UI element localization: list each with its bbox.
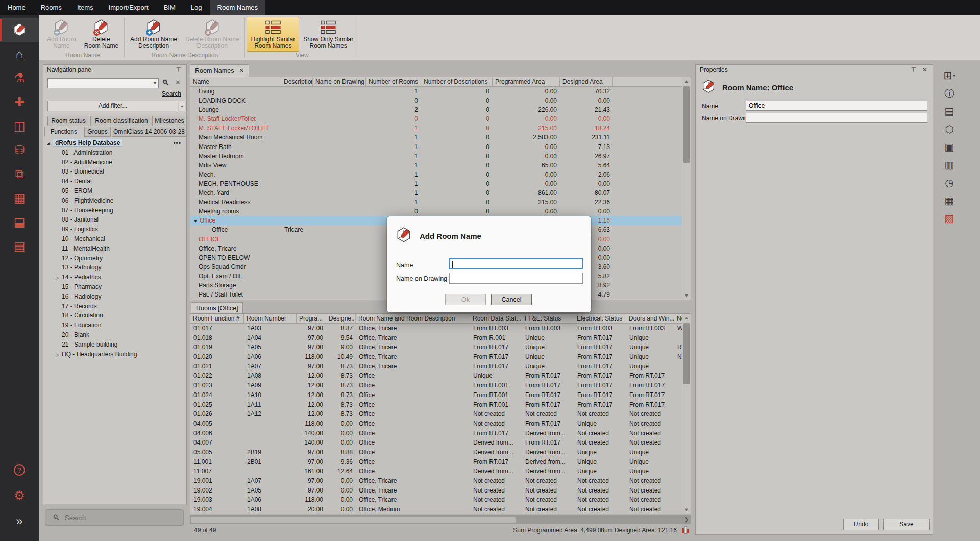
- table-row[interactable]: 01.0261A1212.008.73OfficeNot createdNot …: [190, 409, 691, 419]
- tree-item-17-records[interactable]: 17 - Records: [43, 302, 186, 311]
- info-icon[interactable]: ⓘ: [940, 85, 959, 102]
- add-filter-caret-icon[interactable]: ▾: [179, 101, 185, 111]
- nav-tab-omniclass-14-2006-03-28[interactable]: OmniClass 14 2006-03-28: [112, 127, 186, 137]
- undo-button[interactable]: Undo: [843, 519, 879, 530]
- table-row[interactable]: MECH. PENTHOUSE100.000.00: [190, 179, 691, 188]
- nav-tab-room-classification[interactable]: Room classification: [90, 116, 153, 126]
- model-icon[interactable]: ⬡: [940, 121, 959, 137]
- table-row[interactable]: Living100.0070.32: [190, 87, 691, 96]
- room-names-table-scrollbar[interactable]: ▲ ▼: [682, 77, 691, 300]
- scroll-right-icon[interactable]: ❯: [683, 515, 690, 524]
- tree-root[interactable]: ◢dRofus Help Database•••: [43, 138, 186, 148]
- tree-item-16-radiology[interactable]: 16 - Radiology: [43, 292, 186, 302]
- table-row[interactable]: 01.0171A0397.008.87Office, TricareFrom R…: [190, 324, 691, 333]
- ok-button[interactable]: Ok: [445, 294, 486, 305]
- table-row[interactable]: 01.0191A0597.009.00Office, TricareFrom R…: [190, 342, 691, 352]
- column-header-name[interactable]: Name: [190, 77, 281, 86]
- tree-item-08-janitorial[interactable]: 08 - Janitorial: [43, 215, 186, 225]
- add-room-name-description-button[interactable]: Add Room Name Description: [126, 17, 181, 52]
- save-button[interactable]: Save: [883, 519, 930, 530]
- table-row[interactable]: Meeting rooms000.000.00: [190, 207, 691, 216]
- expander-open-icon[interactable]: ◢: [46, 139, 53, 149]
- table-row[interactable]: Master Bedroom100.0026.97: [190, 152, 691, 161]
- pin-icon[interactable]: ⊤: [176, 66, 181, 73]
- scroll-down-icon[interactable]: ▼: [682, 506, 691, 514]
- scroll-up-icon[interactable]: ▲: [682, 77, 691, 85]
- table-row[interactable]: M. STAFF Locker/TOILET10215.0018.24: [190, 124, 691, 133]
- nav-tab-functions[interactable]: Functions: [44, 127, 83, 137]
- rooms-table-scrollbar[interactable]: ▲ ▼: [682, 314, 691, 514]
- tree-item-07-housekeeping[interactable]: 07 - Housekeeping: [43, 206, 186, 215]
- tree-item-12-optometry[interactable]: 12 - Optometry: [43, 254, 186, 263]
- clear-search-icon[interactable]: ✕: [175, 79, 181, 86]
- table-row[interactable]: 01.0211A0797.008.73Office, TricareFrom R…: [190, 362, 691, 372]
- tree-item-15-pharmacy[interactable]: 15 - Pharmacy: [43, 282, 186, 292]
- table-row[interactable]: 01.0251A1112.008.73OfficeFrom RT.001From…: [190, 400, 691, 410]
- help-icon[interactable]: ?: [0, 458, 39, 482]
- bottom-search-input[interactable]: 🔍︎Search: [45, 509, 184, 526]
- layout-selector-icon[interactable]: ⊞▾: [940, 67, 959, 84]
- menu-item-log[interactable]: Log: [183, 0, 210, 15]
- room-names-panel-icon[interactable]: ▨: [940, 210, 959, 227]
- table-row[interactable]: 19.0041A0820.000.00Office, MediumNot cre…: [190, 505, 691, 514]
- table-row[interactable]: 11.0012B0197.009.36OfficeFrom RT.017Deri…: [190, 457, 691, 467]
- tree-item-09-logistics[interactable]: 09 - Logistics: [43, 225, 186, 234]
- table-row[interactable]: 05.0052B1997.008.88OfficeDerived from...…: [190, 448, 691, 457]
- column-header-filler[interactable]: [613, 77, 682, 86]
- pin-icon[interactable]: ⊤: [911, 66, 916, 73]
- menu-item-bim[interactable]: BIM: [156, 0, 183, 15]
- menu-item-home[interactable]: Home: [0, 0, 33, 15]
- tree-item-01-administration[interactable]: 01 - Administration: [43, 148, 186, 158]
- building-blocks-icon[interactable]: ▦: [0, 186, 39, 210]
- dialog-name-input[interactable]: [449, 258, 583, 269]
- highlight-similar-room-names-button[interactable]: Highlight Similar Room Names: [247, 17, 299, 52]
- column-header-room-function[interactable]: Room Function #: [190, 314, 244, 323]
- more-options-icon[interactable]: •••: [173, 138, 181, 148]
- column-header-designed-area[interactable]: Designed Area: [560, 77, 613, 86]
- scrollbar-thumb[interactable]: [683, 323, 690, 384]
- table-row[interactable]: 04.006140.000.00OfficeFrom RT.017Derived…: [190, 429, 691, 438]
- nav-tab-room-status[interactable]: Room status: [47, 116, 89, 126]
- table-row[interactable]: 01.0201A06118.0010.49Office, TricareFrom…: [190, 352, 691, 362]
- table-row[interactable]: Master Bath100.007.13: [190, 142, 691, 152]
- column-header-name-on-drawing[interactable]: Name on Drawing: [313, 77, 366, 86]
- table-row[interactable]: Lounge20226.0021.43: [190, 105, 691, 114]
- table-row[interactable]: 11.007161.0012.64OfficeDerived from...De…: [190, 466, 691, 476]
- menu-item-rooms[interactable]: Rooms: [33, 0, 69, 15]
- archive-icon[interactable]: ⬓: [0, 210, 39, 234]
- tree-item-03-biomedical[interactable]: 03 - Biomedical: [43, 167, 186, 177]
- name-field[interactable]: [746, 101, 927, 111]
- table-row[interactable]: 01.0221A0812.008.73OfficeUniqueFrom RT.0…: [190, 371, 691, 381]
- column-header-electrical-status[interactable]: Electrical: Status: [574, 314, 626, 323]
- search-icon[interactable]: 🔍︎: [162, 78, 169, 87]
- column-header-room-name-and-room-description[interactable]: Room Name and Room Description: [356, 314, 470, 323]
- nav-search-combo[interactable]: ▾: [47, 78, 159, 88]
- document-icon[interactable]: ▤: [940, 103, 959, 119]
- notes-icon[interactable]: ▥: [940, 157, 959, 173]
- delete-room-name-description-button[interactable]: Delete Room Name Description: [181, 17, 243, 52]
- table-row[interactable]: Mech.100.002.06: [190, 170, 691, 179]
- column-header-room-number[interactable]: Room Number: [244, 314, 297, 323]
- log-book-icon[interactable]: ▤: [0, 234, 39, 258]
- tree-item-11-mentalhealth[interactable]: 11 - MentalHealth: [43, 244, 186, 254]
- settings-gear-icon[interactable]: ⚙: [0, 484, 39, 507]
- tree-item-20-blank[interactable]: 20 - Blank: [43, 330, 186, 340]
- tab-room-names[interactable]: Room Names ✕: [190, 64, 249, 77]
- table-row[interactable]: 01.0181A0497.009.54Office, TricareFrom R…: [190, 333, 691, 343]
- tree-item-hq-headquarters-building[interactable]: ▷HQ - Headquarters Building: [43, 350, 186, 359]
- table-row[interactable]: 19.0031A06118.000.00Office, TricareNot c…: [190, 495, 691, 505]
- tree-item-13-pathology[interactable]: 13 - Pathology: [43, 263, 186, 273]
- search-link[interactable]: Search: [162, 90, 181, 97]
- menu-item-room-names[interactable]: Room Names: [210, 0, 265, 15]
- column-header-designe[interactable]: Designe...: [326, 314, 356, 323]
- scrollbar-thumb[interactable]: [683, 86, 690, 163]
- chevron-down-icon[interactable]: ▾: [154, 80, 156, 86]
- medical-icon[interactable]: ✚: [0, 90, 39, 114]
- nav-tab-groups[interactable]: Groups: [84, 127, 111, 137]
- scrollbar-thumb[interactable]: [191, 517, 516, 523]
- chevron-down-icon[interactable]: ▾: [953, 73, 955, 78]
- tree-item-18-circulation[interactable]: 18 - Circulation: [43, 311, 186, 321]
- dialog-name-on-drawing-input[interactable]: [449, 273, 583, 284]
- table-row[interactable]: 04.005118.000.00OfficeNot createdFrom RT…: [190, 419, 691, 429]
- tree-item-05-erom[interactable]: 05 - EROM: [43, 186, 186, 196]
